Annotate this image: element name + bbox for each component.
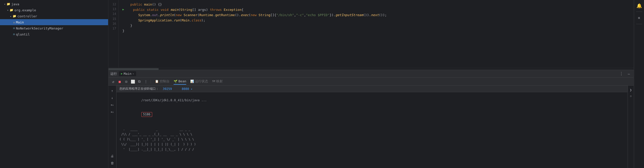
run-console: 您的应用程序正在侦听端口： 39259 8080 ▾ /root/JDKs/jd… xyxy=(116,86,628,168)
port-2-dropdown-icon[interactable]: ▾ xyxy=(191,88,192,90)
right-sidebar: 🔔 ≡ xyxy=(634,0,644,168)
tree-item-controller[interactable]: ▸ 📁 controller xyxy=(0,13,108,19)
screenshot-button[interactable]: ⊡ xyxy=(123,79,129,84)
folder-icon-3: 📁 xyxy=(13,14,16,18)
code-line-16: } xyxy=(122,23,630,28)
code-line-14: System.out.println(new Scanner(Runtime.g… xyxy=(122,13,630,18)
tree-item-java[interactable]: ▾ 📁 java xyxy=(0,1,108,7)
center-panel: 12 13 14 15 16 17 public main() {} ▶ pub… xyxy=(108,0,634,168)
tree-label-java: java xyxy=(11,2,19,6)
right-icon-1[interactable]: ⊟ xyxy=(629,94,633,98)
horizontal-scrollbar[interactable] xyxy=(108,68,634,70)
code-line-17: } xyxy=(122,28,630,34)
tab-bean-label: Bean xyxy=(178,79,186,83)
close-icon[interactable]: ✕ xyxy=(133,72,134,75)
right-run-panel: ❯ ⊟ xyxy=(628,86,634,168)
run-status-tab-icon: 📊 xyxy=(190,80,194,83)
tree-label-nosecurity: NoNetworkSecurityManager xyxy=(16,26,63,30)
code-line-15: SpringApplication.run(Main.class); xyxy=(122,18,630,23)
console-line-ascii-5: ' |____| .__|_| |_|_| |_\__, | / / / / xyxy=(116,147,628,152)
tab-bean[interactable]: 🌱 Bean xyxy=(174,78,186,85)
notification-icon[interactable]: ≡ xyxy=(636,14,643,21)
listen-text: 您的应用程序正在侦听端口： xyxy=(119,87,159,91)
align-button[interactable]: ≡↓ xyxy=(109,102,115,108)
run-tab-play-icon: ▶ xyxy=(121,72,123,75)
bean-tab-icon: 🌱 xyxy=(174,80,177,83)
file-tree: ▾ 📁 java ▾ 📁 org.example ▸ 📁 controller … xyxy=(0,0,108,38)
tree-label-qluntil: qluntil xyxy=(16,32,30,36)
more-button[interactable]: ⋮ xyxy=(143,79,149,84)
code-line-12: public main() {} xyxy=(122,2,630,7)
port-2-badge[interactable]: 8080 ▾ xyxy=(182,87,192,91)
toolbar-row: ↺ ■ ⊡ ⬜ ⧉ ⋮ 📋 控制台 🌱 Bean 📊 运行状态 xyxy=(108,78,634,86)
delete-button[interactable]: 🗑 xyxy=(109,160,115,166)
tab-mapping-label: 映射 xyxy=(216,79,223,84)
code-content: public main() {} ▶ public static void ma… xyxy=(118,0,634,68)
settings-icon[interactable]: 🔔 xyxy=(636,2,643,9)
tab-mapping[interactable]: 🗺 映射 xyxy=(212,78,223,85)
print-button[interactable]: 🖨 xyxy=(109,153,115,159)
separator xyxy=(151,80,151,84)
clear-button[interactable]: ⬜ xyxy=(130,79,136,84)
run-title: 运行 xyxy=(110,72,117,76)
collapse-right-button[interactable]: ❯ xyxy=(629,88,633,92)
console-line-ascii-1: . ____ _ __ _ _ xyxy=(116,127,628,132)
run-tab-label: Main xyxy=(124,72,132,76)
console-tab-icon: 📋 xyxy=(155,80,159,83)
main-class-icon: ☕ xyxy=(13,20,15,24)
tree-label-controller: controller xyxy=(17,14,37,18)
more-options-button[interactable]: ⋮ xyxy=(619,71,624,77)
console-line-pid: 5186 xyxy=(116,107,628,122)
run-body: ↑ ↓ ≡↓ ≡↓ 🖨 🗑 您的应用程序正在侦听端口： 39259 8080 ▾ xyxy=(108,86,634,168)
status-bar: 您的应用程序正在侦听端口： 39259 8080 ▾ xyxy=(116,86,628,92)
tree-item-main[interactable]: ☕ Main xyxy=(0,19,108,25)
chevron-right-icon: ▸ xyxy=(10,15,12,18)
tab-run-status-label: 运行状态 xyxy=(195,79,208,84)
tree-item-qluntil[interactable]: ⊙ qluntil xyxy=(0,31,108,37)
run-panel: 运行 ▶ Main ✕ ⋮ — ↺ ■ ⊡ ⬜ ⧉ ⋮ 📋 控制台 xyxy=(108,70,634,168)
pid-box: 5186 xyxy=(141,112,152,117)
console-line-ascii-4: \\/ ___)| |_)| | | | | || (_| | ) ) ) ) xyxy=(116,142,628,147)
tree-item-nosecurity[interactable]: ⊙ NoNetworkSecurityManager xyxy=(0,25,108,31)
port-divider xyxy=(176,87,178,91)
minimize-button[interactable]: — xyxy=(626,71,632,77)
stop-button[interactable]: ■ xyxy=(117,79,122,84)
mapping-tab-icon: 🗺 xyxy=(212,80,215,83)
scroll-down-button[interactable]: ↓ xyxy=(109,95,115,101)
run-left-toolbar: ↑ ↓ ≡↓ ≡↓ 🖨 🗑 xyxy=(108,86,116,168)
scroll-up-button[interactable]: ↑ xyxy=(109,88,115,94)
code-line-13: ▶ public static void main(String[] args)… xyxy=(122,7,630,13)
restart-button[interactable]: ↺ xyxy=(110,79,116,84)
run-panel-header: 运行 ▶ Main ✕ ⋮ — xyxy=(108,70,634,78)
tab-console[interactable]: 📋 控制台 xyxy=(155,78,170,85)
console-line-empty xyxy=(116,122,628,127)
console-output[interactable]: /root/JDKs/jdk1.8.0_411/bin/java ... 518… xyxy=(116,92,628,168)
console-line-ascii-2: /\\ / ___'_ __ _ _(_)_ __ __ _ \ \ \ \ xyxy=(116,132,628,137)
file-tree-panel: ▾ 📁 java ▾ 📁 org.example ▸ 📁 controller … xyxy=(0,0,108,168)
line-numbers: 12 13 14 15 16 17 xyxy=(108,0,118,68)
run-tab-main[interactable]: ▶ Main ✕ xyxy=(119,71,136,76)
tree-label-org-example: org.example xyxy=(14,8,36,12)
console-line-ascii-3: ( ( )\___ | '_ | '_| | '_ \/ _` | \ \ \ … xyxy=(116,137,628,142)
chevron-down-icon-2: ▾ xyxy=(7,9,9,12)
align-button-2[interactable]: ≡↓ xyxy=(109,109,115,115)
copy-button[interactable]: ⧉ xyxy=(137,79,142,84)
tabs-row: 📋 控制台 🌱 Bean 📊 运行状态 🗺 映射 xyxy=(155,78,223,85)
folder-icon-2: 📁 xyxy=(10,8,13,12)
tree-item-org-example[interactable]: ▾ 📁 org.example xyxy=(0,7,108,13)
folder-icon: 📁 xyxy=(7,2,10,6)
interface-icon-2: ⊙ xyxy=(13,32,15,36)
console-line-path: /root/JDKs/jdk1.8.0_411/bin/java ... xyxy=(116,93,628,107)
tab-console-label: 控制台 xyxy=(160,79,170,84)
port-1-badge[interactable]: 39259 xyxy=(163,87,172,91)
play-icon[interactable]: ▶ xyxy=(122,7,124,12)
tab-run-status[interactable]: 📊 运行状态 xyxy=(190,78,208,85)
chevron-down-icon: ▾ xyxy=(4,3,6,6)
code-editor[interactable]: 12 13 14 15 16 17 public main() {} ▶ pub… xyxy=(108,0,634,68)
tree-label-main: Main xyxy=(16,20,24,24)
interface-icon-1: ⊙ xyxy=(13,26,15,30)
